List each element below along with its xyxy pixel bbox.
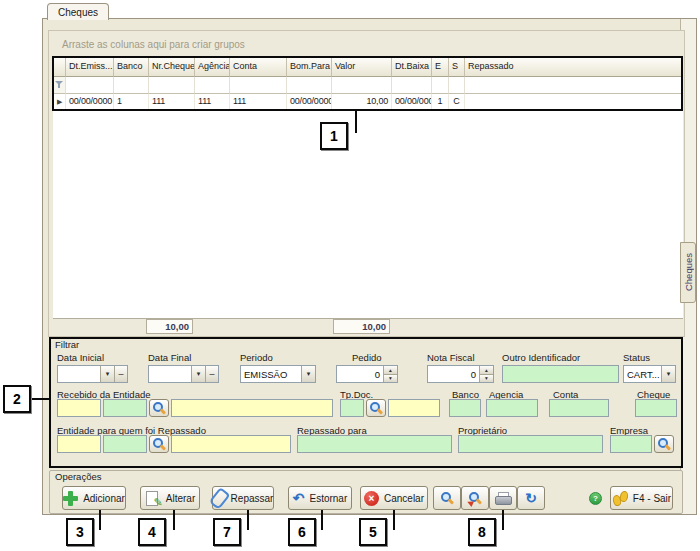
cell-valor: 10,00 bbox=[332, 94, 392, 109]
summary-nr-cheque: 10,00 bbox=[146, 319, 193, 334]
refresh-button[interactable]: ↻ bbox=[517, 486, 545, 510]
chevron-down-icon[interactable]: ▾ bbox=[100, 366, 114, 382]
label-periodo: Periodo bbox=[240, 352, 273, 363]
search-button[interactable] bbox=[433, 486, 461, 510]
empresa-search-button[interactable] bbox=[654, 435, 674, 453]
recebido-search-button[interactable] bbox=[149, 399, 169, 417]
entidade-repassado-search-button[interactable] bbox=[149, 435, 169, 453]
repassado-para-input[interactable] bbox=[297, 435, 452, 453]
data-final-field[interactable]: ▾ – bbox=[148, 365, 219, 383]
row-arrow-icon: ▶ bbox=[57, 98, 62, 106]
clear-date-button[interactable]: – bbox=[114, 366, 127, 382]
estornar-button[interactable]: ↶ Estornar bbox=[288, 486, 352, 510]
agencia-input[interactable] bbox=[486, 399, 538, 417]
help-button[interactable]: ? bbox=[589, 492, 602, 505]
funnel-icon bbox=[55, 81, 64, 89]
entidade-repassado-codigo-input[interactable] bbox=[57, 435, 101, 453]
grid-filter-row[interactable] bbox=[54, 77, 681, 94]
filter-row-indicator bbox=[54, 77, 66, 94]
entidade-repassado-nome-input[interactable] bbox=[171, 435, 291, 453]
callout-7-line bbox=[247, 510, 249, 530]
adicionar-label: Adicionar bbox=[83, 493, 125, 504]
tab-cheques-label: Cheques bbox=[58, 7, 98, 18]
spinner-buttons[interactable]: ▴ ▾ bbox=[479, 366, 493, 382]
col-header-conta[interactable]: Conta bbox=[230, 58, 287, 77]
repassar-label: Repassar bbox=[231, 493, 274, 504]
nota-fiscal-stepper[interactable]: 0 ▴ ▾ bbox=[427, 365, 494, 383]
outro-identificador-input[interactable] bbox=[502, 365, 619, 383]
cancelar-button[interactable]: × Cancelar bbox=[360, 486, 428, 510]
proprietario-input[interactable] bbox=[458, 435, 603, 453]
side-tab-cheques[interactable]: Cheques bbox=[680, 242, 696, 303]
chevron-down-icon[interactable]: ▾ bbox=[301, 366, 315, 382]
entidade-repassado-id-input[interactable] bbox=[103, 435, 147, 453]
callout-5-line bbox=[393, 510, 395, 530]
cell-s: C bbox=[449, 94, 465, 109]
footprints-icon bbox=[612, 491, 628, 506]
undo-arrow-icon: ↶ bbox=[293, 491, 305, 505]
side-tab-cheques-label: Cheques bbox=[683, 253, 694, 291]
callout-8: 8 bbox=[468, 518, 496, 546]
col-header-bom-para[interactable]: Bom.Para bbox=[287, 58, 332, 77]
empresa-input[interactable] bbox=[610, 435, 652, 453]
col-header-agencia[interactable]: Agência bbox=[195, 58, 230, 77]
pedido-stepper[interactable]: 0 ▴ ▾ bbox=[336, 365, 398, 383]
spin-up-icon[interactable]: ▴ bbox=[384, 366, 397, 375]
banco-input[interactable] bbox=[449, 399, 481, 417]
callout-1: 1 bbox=[320, 122, 348, 150]
col-header-nr-cheque[interactable]: Nr.Cheque bbox=[149, 58, 195, 77]
search-icon bbox=[370, 402, 382, 414]
spin-down-icon[interactable]: ▾ bbox=[480, 375, 493, 383]
f4-sair-button[interactable]: F4 - Sair bbox=[610, 486, 673, 510]
col-header-valor[interactable]: Valor bbox=[332, 58, 392, 77]
print-button[interactable] bbox=[489, 486, 517, 510]
callout-3: 3 bbox=[66, 518, 94, 546]
recebido-codigo-input[interactable] bbox=[57, 399, 101, 417]
callout-4: 4 bbox=[138, 518, 166, 546]
callout-2-line bbox=[31, 398, 49, 400]
cell-conta: 111 bbox=[230, 94, 287, 109]
data-inicial-field[interactable]: ▾ – bbox=[57, 365, 128, 383]
repassar-button[interactable]: Repassar bbox=[212, 486, 274, 510]
col-header-banco[interactable]: Banco bbox=[114, 58, 149, 77]
col-header-dt-baixa[interactable]: Dt.Baixa bbox=[392, 58, 432, 77]
conta-input[interactable] bbox=[549, 399, 609, 417]
filter-title: Filtrar bbox=[55, 339, 79, 350]
chevron-down-icon[interactable]: ▾ bbox=[191, 366, 205, 382]
alterar-button[interactable]: ✎ Alterar bbox=[140, 486, 200, 510]
clear-date-button[interactable]: – bbox=[205, 366, 218, 382]
recebido-nome-input[interactable] bbox=[171, 399, 333, 417]
tp-doc-id-input[interactable] bbox=[340, 399, 364, 417]
label-nota-fiscal: Nota Fiscal bbox=[427, 352, 475, 363]
periodo-select[interactable]: EMISSÃO ▾ bbox=[240, 365, 316, 383]
search-remove-button[interactable] bbox=[461, 486, 489, 510]
f4-sair-label: F4 - Sair bbox=[633, 493, 671, 504]
search-icon bbox=[153, 402, 165, 414]
cancelar-label: Cancelar bbox=[384, 493, 424, 504]
printer-icon bbox=[495, 492, 512, 505]
label-pedido: Pedido bbox=[352, 352, 382, 363]
grid-highlight-region: Dt.Emiss... Banco Nr.Cheque Agência Cont… bbox=[52, 56, 683, 111]
adicionar-button[interactable]: Adicionar bbox=[62, 486, 126, 510]
chevron-down-icon[interactable]: ▾ bbox=[661, 366, 675, 382]
cheque-input[interactable] bbox=[635, 399, 677, 417]
col-header-e[interactable]: E bbox=[432, 58, 449, 77]
group-by-hint: Arraste as colunas aqui para criar grupo… bbox=[62, 39, 245, 50]
col-header-dt-emiss[interactable]: Dt.Emiss... bbox=[66, 58, 114, 77]
row-indicator: ▶ bbox=[54, 94, 66, 109]
spin-down-icon[interactable]: ▾ bbox=[384, 375, 397, 383]
tab-cheques[interactable]: Cheques bbox=[47, 3, 109, 20]
col-header-s[interactable]: S bbox=[449, 58, 465, 77]
callout-3-line bbox=[99, 510, 101, 530]
tp-doc-nome-input[interactable] bbox=[388, 399, 440, 417]
callout-6: 6 bbox=[288, 518, 316, 546]
status-select[interactable]: CART... ▾ bbox=[623, 365, 676, 383]
label-status: Status bbox=[623, 352, 650, 363]
tp-doc-search-button[interactable] bbox=[366, 399, 386, 417]
grid-data-row[interactable]: ▶ 00/00/0000 1 111 111 111 00/00/0000 10… bbox=[54, 94, 681, 109]
spin-up-icon[interactable]: ▴ bbox=[480, 366, 493, 375]
spinner-buttons[interactable]: ▴ ▾ bbox=[383, 366, 397, 382]
recebido-id-input[interactable] bbox=[103, 399, 147, 417]
callout-5: 5 bbox=[359, 518, 387, 546]
col-header-repassado[interactable]: Repassado bbox=[465, 58, 681, 77]
